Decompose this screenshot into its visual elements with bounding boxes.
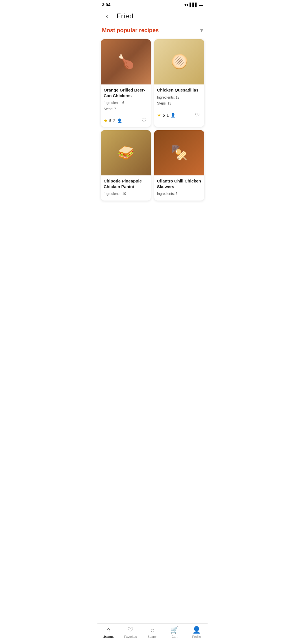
- nav-search-label: Search: [148, 635, 158, 638]
- recipes-grid: 🍗 Orange Grilled Beer-Can Chickens Ingre…: [97, 39, 208, 226]
- heart-icon-2: ♡: [195, 112, 200, 119]
- recipe-meta-4: Ingredients: 6: [157, 191, 201, 197]
- nav-profile-label: Profile: [192, 635, 201, 638]
- recipe-image-2: 🫓: [154, 39, 204, 84]
- favorite-button-1[interactable]: ♡: [140, 117, 148, 125]
- nav-cart[interactable]: 🛒 Cart: [164, 626, 186, 638]
- recipe-card-2[interactable]: 🫓 Chicken Quesadillas Ingredients: 13Ste…: [154, 39, 204, 127]
- wifi-icon: ▾▴: [184, 3, 188, 7]
- star-icon-2: ★: [157, 112, 161, 118]
- cart-icon: 🛒: [170, 626, 179, 634]
- status-icons: ▾▴ ▌▌▌ ▬: [184, 3, 203, 7]
- home-icon: ⌂: [106, 626, 111, 634]
- recipe-meta-3: Ingredients: 10: [104, 191, 148, 197]
- recipe-footer-2: ★ 5 1 👤 ♡: [154, 110, 204, 121]
- back-button[interactable]: ‹: [102, 11, 112, 21]
- search-icon: ⌕: [151, 626, 154, 634]
- nav-active-indicator: [103, 638, 114, 638]
- nav-favorites[interactable]: ♡ Favorites: [119, 626, 141, 638]
- nav-profile[interactable]: 👤 Profile: [186, 626, 208, 638]
- nav-search[interactable]: ⌕ Search: [141, 626, 164, 638]
- recipe-image-1: 🍗: [101, 39, 151, 84]
- recipe-info-4: Cilantro Chili Chicken Skewers Ingredien…: [154, 175, 204, 201]
- chevron-down-icon: ▾: [200, 27, 203, 34]
- heart-icon-1: ♡: [141, 117, 147, 124]
- favorites-icon: ♡: [127, 626, 134, 634]
- nav-favorites-label: Favorites: [124, 635, 137, 638]
- recipe-footer-1: ★ 5 2 👤 ♡: [101, 116, 151, 127]
- recipe-image-4: 🍢: [154, 130, 204, 175]
- recipe-meta-2: Ingredients: 13Steps: 13: [157, 95, 201, 107]
- recipe-name-4: Cilantro Chili Chicken Skewers: [157, 178, 201, 189]
- section-header[interactable]: Most popular recipes ▾: [97, 26, 208, 39]
- signal-icon: ▌▌▌: [189, 3, 198, 7]
- back-icon: ‹: [106, 12, 108, 20]
- nav-cart-label: Cart: [172, 635, 178, 638]
- user-icon-1: 👤: [117, 118, 122, 123]
- recipe-stats-1: ★ 5 2 👤: [104, 118, 122, 123]
- nav-home[interactable]: ⌂ Home: [97, 626, 119, 638]
- star-icon-1: ★: [104, 118, 108, 123]
- page-title: Fried: [117, 12, 134, 20]
- recipe-info-3: Chipotle Pineapple Chicken Panini Ingred…: [101, 175, 151, 201]
- user-icon-2: 👤: [171, 113, 175, 118]
- recipe-stats-2: ★ 5 1 👤: [157, 112, 175, 118]
- recipe-name-1: Orange Grilled Beer-Can Chickens: [104, 87, 148, 98]
- profile-icon: 👤: [192, 626, 201, 634]
- status-time: 3:04: [102, 2, 110, 7]
- recipe-info-1: Orange Grilled Beer-Can Chickens Ingredi…: [101, 84, 151, 116]
- recipe-name-3: Chipotle Pineapple Chicken Panini: [104, 178, 148, 189]
- favorite-button-2[interactable]: ♡: [193, 111, 201, 119]
- battery-icon: ▬: [199, 3, 203, 7]
- section-title: Most popular recipes: [102, 27, 159, 34]
- recipe-info-2: Chicken Quesadillas Ingredients: 13Steps…: [154, 84, 204, 110]
- rating-2: 5: [163, 113, 165, 118]
- recipe-meta-1: Ingredients: 6Steps: 7: [104, 100, 148, 112]
- recipe-name-2: Chicken Quesadillas: [157, 87, 201, 93]
- bottom-navigation: ⌂ Home ♡ Favorites ⌕ Search 🛒 Cart 👤 Pro…: [97, 623, 208, 644]
- recipe-card-4[interactable]: 🍢 Cilantro Chili Chicken Skewers Ingredi…: [154, 130, 204, 201]
- rating-1: 5: [109, 118, 112, 123]
- recipe-card-1[interactable]: 🍗 Orange Grilled Beer-Can Chickens Ingre…: [101, 39, 151, 127]
- recipe-image-3: 🥪: [101, 130, 151, 175]
- user-count-2: 1: [167, 113, 169, 118]
- user-count-1: 2: [113, 118, 116, 123]
- status-bar: 3:04 ▾▴ ▌▌▌ ▬: [97, 0, 208, 8]
- page-header: ‹ Fried: [97, 8, 208, 26]
- recipe-card-3[interactable]: 🥪 Chipotle Pineapple Chicken Panini Ingr…: [101, 130, 151, 201]
